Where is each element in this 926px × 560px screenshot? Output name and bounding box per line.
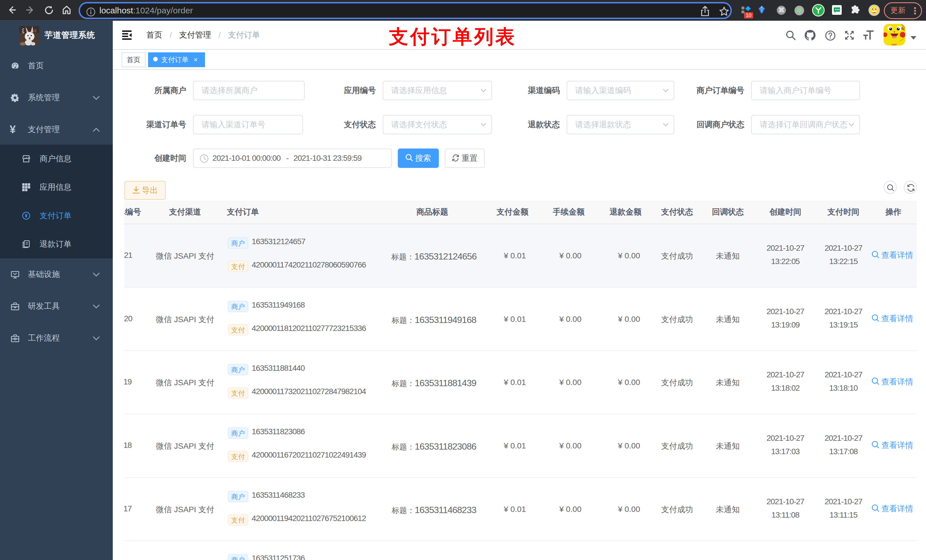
svg-text:¥: ¥	[25, 213, 27, 219]
